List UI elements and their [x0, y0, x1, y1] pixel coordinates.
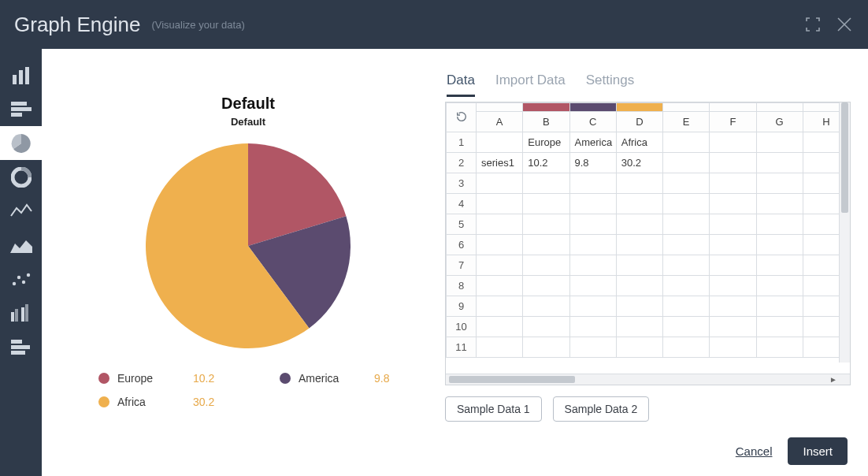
- sidebar-item-line[interactable]: [0, 194, 42, 228]
- cell[interactable]: [616, 296, 662, 317]
- cell[interactable]: [523, 173, 569, 194]
- cell[interactable]: [523, 235, 569, 255]
- cell[interactable]: [523, 317, 569, 337]
- cell[interactable]: [569, 317, 616, 337]
- cell[interactable]: [663, 255, 710, 276]
- cell[interactable]: America: [569, 132, 616, 153]
- row-header[interactable]: 1: [447, 132, 477, 153]
- cell[interactable]: [756, 173, 803, 194]
- cell[interactable]: [710, 317, 756, 337]
- cell[interactable]: [663, 276, 710, 296]
- cell[interactable]: [663, 317, 710, 337]
- cell[interactable]: [616, 173, 662, 194]
- cell[interactable]: [663, 214, 710, 235]
- cell[interactable]: [477, 173, 523, 194]
- row-header[interactable]: 3: [447, 173, 477, 194]
- sidebar-item-bar[interactable]: [0, 58, 42, 92]
- row-header[interactable]: 4: [447, 194, 477, 214]
- cell[interactable]: [477, 235, 523, 255]
- cell[interactable]: [756, 153, 803, 173]
- spreadsheet[interactable]: ABCDEFGH1EuropeAmericaAfrica2series110.2…: [446, 102, 850, 358]
- refresh-button[interactable]: [447, 103, 477, 132]
- sample-data-1-button[interactable]: Sample Data 1: [445, 396, 542, 422]
- cell[interactable]: [477, 337, 523, 358]
- cell[interactable]: [569, 276, 616, 296]
- cell[interactable]: [616, 235, 662, 255]
- tab-settings[interactable]: Settings: [586, 73, 634, 97]
- cell[interactable]: series1: [477, 153, 523, 173]
- column-header-A[interactable]: A: [477, 112, 523, 132]
- cell[interactable]: [569, 255, 616, 276]
- cell[interactable]: [663, 235, 710, 255]
- cell[interactable]: [477, 194, 523, 214]
- close-icon[interactable]: [835, 15, 854, 34]
- horizontal-scroll-thumb[interactable]: [449, 376, 575, 383]
- tab-import-data[interactable]: Import Data: [495, 73, 566, 97]
- cell[interactable]: [710, 153, 756, 173]
- cell[interactable]: [710, 132, 756, 153]
- cell[interactable]: [616, 276, 662, 296]
- insert-button[interactable]: Insert: [788, 437, 848, 465]
- sidebar-item-donut[interactable]: [0, 160, 42, 194]
- cancel-link[interactable]: Cancel: [736, 444, 773, 458]
- cell[interactable]: [710, 235, 756, 255]
- fullscreen-icon[interactable]: [805, 17, 821, 32]
- cell[interactable]: [477, 214, 523, 235]
- column-header-F[interactable]: F: [710, 112, 756, 132]
- cell[interactable]: [569, 214, 616, 235]
- cell[interactable]: [710, 337, 756, 358]
- cell[interactable]: [569, 296, 616, 317]
- sample-data-2-button[interactable]: Sample Data 2: [553, 396, 650, 422]
- cell[interactable]: Europe: [523, 132, 569, 153]
- cell[interactable]: [477, 255, 523, 276]
- cell[interactable]: [477, 132, 523, 153]
- cell[interactable]: [710, 214, 756, 235]
- sidebar-item-grouped-bar[interactable]: [0, 296, 42, 329]
- cell[interactable]: [663, 337, 710, 358]
- cell[interactable]: [710, 296, 756, 317]
- sidebar-item-pie[interactable]: [0, 126, 42, 160]
- row-header[interactable]: 10: [447, 317, 477, 337]
- cell[interactable]: [756, 235, 803, 255]
- cell[interactable]: [663, 296, 710, 317]
- sidebar-item-horizontal-bar[interactable]: [0, 329, 42, 363]
- cell[interactable]: [569, 235, 616, 255]
- cell[interactable]: [569, 337, 616, 358]
- cell[interactable]: [523, 255, 569, 276]
- cell[interactable]: [756, 296, 803, 317]
- tab-data[interactable]: Data: [447, 73, 475, 97]
- cell[interactable]: 10.2: [523, 153, 569, 173]
- horizontal-scrollbar[interactable]: ◄ ►: [446, 374, 850, 385]
- vertical-scrollbar[interactable]: [839, 102, 850, 363]
- cell[interactable]: [756, 255, 803, 276]
- cell[interactable]: [756, 214, 803, 235]
- cell[interactable]: [710, 173, 756, 194]
- row-header[interactable]: 5: [447, 214, 477, 235]
- column-header-C[interactable]: C: [569, 112, 616, 132]
- column-header-B[interactable]: B: [523, 112, 569, 132]
- cell[interactable]: [616, 317, 662, 337]
- cell[interactable]: [756, 337, 803, 358]
- row-header[interactable]: 11: [447, 337, 477, 358]
- cell[interactable]: Africa: [616, 132, 662, 153]
- sidebar-item-scatter[interactable]: [0, 262, 42, 296]
- cell[interactable]: [477, 317, 523, 337]
- vertical-scroll-thumb[interactable]: [841, 102, 848, 213]
- cell[interactable]: [663, 173, 710, 194]
- cell[interactable]: [710, 194, 756, 214]
- column-header-D[interactable]: D: [616, 112, 662, 132]
- cell[interactable]: [663, 132, 710, 153]
- row-header[interactable]: 7: [447, 255, 477, 276]
- cell[interactable]: [569, 173, 616, 194]
- cell[interactable]: [616, 337, 662, 358]
- column-header-E[interactable]: E: [663, 112, 710, 132]
- row-header[interactable]: 9: [447, 296, 477, 317]
- cell[interactable]: [523, 276, 569, 296]
- row-header[interactable]: 2: [447, 153, 477, 173]
- cell[interactable]: [523, 296, 569, 317]
- cell[interactable]: [616, 255, 662, 276]
- cell[interactable]: [756, 276, 803, 296]
- cell[interactable]: [477, 296, 523, 317]
- cell[interactable]: [756, 194, 803, 214]
- cell[interactable]: [523, 337, 569, 358]
